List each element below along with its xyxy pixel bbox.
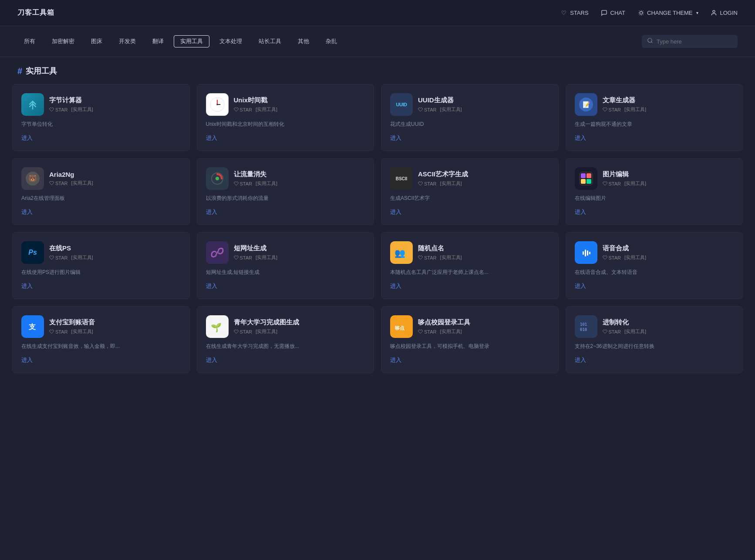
nav-login[interactable]: LOGIN [711, 10, 738, 17]
tool-star[interactable]: STAR [234, 329, 253, 334]
tool-card-online-ps[interactable]: Ps 在线PS STAR [实用工具] 在线使用PS进行图片编辑 进入 [12, 232, 190, 299]
tool-card-voice-synth[interactable]: 语音合成 STAR [实用工具] 在线语音合成、文本转语音 进入 [566, 232, 743, 299]
tool-info: 让流量消失 STAR [实用工具] [234, 170, 278, 187]
tool-enter-btn[interactable]: 进入 [575, 208, 734, 216]
tool-tag: [实用工具] [624, 180, 646, 187]
tool-meta: STAR [实用工具] [234, 254, 278, 261]
tool-enter-btn[interactable]: 进入 [390, 282, 549, 290]
tool-card-aria2ng[interactable]: 🐻 Aria2Ng STAR [实用工具] Aria2在线管理面板 进入 [12, 158, 190, 225]
svg-point-0 [640, 11, 642, 14]
nav-change-theme[interactable]: CHANGE THEME ▾ [637, 10, 698, 17]
tool-desc: 哆点校园登录工具，可模拟手机、电脑登录 [390, 342, 549, 350]
tool-name: 图片编辑 [603, 170, 647, 179]
tool-enter-btn[interactable]: 进入 [206, 282, 365, 290]
nav-stars[interactable]: ♡ STARS [560, 10, 588, 17]
tool-name: 字节计算器 [49, 96, 93, 105]
tool-icon-bytes [21, 93, 44, 116]
tool-card-binary[interactable]: 101010 进制转化 STAR [实用工具] 支持在2~36进制之间进行任意转… [566, 306, 743, 373]
svg-text:支: 支 [28, 323, 36, 331]
filter-tab-misc[interactable]: 杂乱 [319, 35, 344, 47]
tool-enter-btn[interactable]: 进入 [575, 134, 734, 142]
theme-icon [637, 10, 644, 17]
logo: 刀客工具箱 [17, 8, 54, 17]
filter-tab-dev[interactable]: 开发类 [112, 35, 142, 47]
tool-star[interactable]: STAR [49, 107, 68, 112]
tool-card-header: 101010 进制转化 STAR [实用工具] [575, 315, 734, 338]
filter-tab-all[interactable]: 所有 [17, 35, 42, 47]
tool-card-short-url[interactable]: 短网址生成 STAR [实用工具] 短网址生成,短链接生成 进入 [197, 232, 374, 299]
svg-rect-19 [581, 179, 586, 184]
tool-star[interactable]: STAR [49, 181, 68, 186]
tool-enter-btn[interactable]: 进入 [206, 356, 365, 364]
tool-enter-btn[interactable]: 进入 [21, 134, 181, 142]
tool-tag: [实用工具] [624, 106, 646, 113]
tool-card-header: 让流量消失 STAR [实用工具] [206, 167, 365, 190]
tool-enter-btn[interactable]: 进入 [390, 208, 549, 216]
tool-star[interactable]: STAR [603, 255, 621, 260]
filter-tab-practical[interactable]: 实用工具 [174, 35, 209, 47]
tool-star[interactable]: STAR [418, 329, 437, 334]
tool-meta: STAR [实用工具] [234, 328, 299, 335]
tool-card-article[interactable]: 📝 文章生成器 STAR [实用工具] 生成一篇狗屁不通的文章 进入 [566, 84, 743, 151]
tool-star[interactable]: STAR [234, 107, 253, 112]
tool-icon-aria2ng: 🐻 [21, 167, 44, 190]
tool-card-drcom[interactable]: 哆点 哆点校园登录工具 STAR [实用工具] 哆点校园登录工具，可模拟手机、电… [381, 306, 559, 373]
tool-star[interactable]: STAR [418, 255, 437, 260]
tool-enter-btn[interactable]: 进入 [21, 356, 181, 364]
tool-enter-btn[interactable]: 进入 [575, 356, 734, 364]
tool-icon-short-url [206, 241, 229, 264]
tool-star[interactable]: STAR [603, 107, 621, 112]
tool-enter-btn[interactable]: 进入 [390, 356, 549, 364]
tool-card-alipay-audio[interactable]: 支 支付宝到账语音 STAR [实用工具] 在线生成支付宝到账音效，输入金额，即… [12, 306, 190, 373]
tool-tag: [实用工具] [256, 328, 277, 335]
tool-card-study-img[interactable]: 🌱 青年大学习完成图生成 STAR [实用工具] 在线生成青年大学习完成图，无需… [197, 306, 374, 373]
tool-enter-btn[interactable]: 进入 [390, 134, 549, 142]
tool-icon-ascii-art: BSCII [390, 167, 413, 190]
tool-card-img-edit[interactable]: 图片编辑 STAR [实用工具] 在线编辑图片 进入 [566, 158, 743, 225]
tool-card-uuid[interactable]: UUID UUID生成器 STAR [实用工具] 花式生成UUID 进入 [381, 84, 559, 151]
tool-star[interactable]: STAR [603, 329, 621, 334]
tool-name: 哆点校园登录工具 [418, 318, 470, 327]
tool-star[interactable]: STAR [234, 255, 253, 260]
tool-enter-btn[interactable]: 进入 [206, 134, 365, 142]
svg-point-9 [216, 104, 218, 105]
tool-enter-btn[interactable]: 进入 [575, 282, 734, 290]
tool-star[interactable]: STAR [418, 107, 437, 112]
tool-tag: [实用工具] [71, 180, 93, 186]
tool-tag: [实用工具] [624, 328, 646, 335]
filter-tab-text[interactable]: 文本处理 [213, 35, 249, 47]
svg-rect-18 [586, 173, 591, 178]
svg-text:哆点: 哆点 [395, 325, 404, 331]
tool-meta: STAR [实用工具] [418, 180, 468, 187]
tool-star[interactable]: STAR [418, 181, 437, 186]
tool-enter-btn[interactable]: 进入 [206, 208, 365, 216]
tool-star[interactable]: STAR [49, 255, 68, 260]
filter-tab-graph[interactable]: 图床 [84, 35, 109, 47]
tool-icon-alipay-audio: 支 [21, 315, 44, 338]
nav-chat[interactable]: CHAT [601, 10, 625, 17]
tool-card-random-name[interactable]: 👥 随机点名 STAR [实用工具] 本随机点名工具广泛应用于老师上课点名...… [381, 232, 559, 299]
tool-meta: STAR [实用工具] [418, 254, 462, 261]
tool-star[interactable]: STAR [603, 181, 621, 186]
filter-tab-webmaster[interactable]: 站长工具 [252, 35, 288, 47]
tool-tag: [实用工具] [440, 180, 462, 187]
svg-point-2 [648, 38, 652, 42]
tool-enter-btn[interactable]: 进入 [21, 208, 181, 216]
tool-enter-btn[interactable]: 进入 [21, 282, 181, 290]
tool-icon-random-name: 👥 [390, 241, 413, 264]
tool-card-ascii-art[interactable]: BSCII ASCII艺术字生成 STAR [实用工具] 生成ASCII艺术字 … [381, 158, 559, 225]
tool-card-traffic[interactable]: 让流量消失 STAR [实用工具] 以浪费的形式消耗你的流量 进入 [197, 158, 374, 225]
search-box[interactable] [642, 35, 738, 48]
filter-tab-other[interactable]: 其他 [291, 35, 316, 47]
tool-star[interactable]: STAR [49, 329, 68, 334]
search-input[interactable] [657, 38, 732, 45]
svg-point-1 [713, 10, 715, 13]
tool-card-unix-time[interactable]: Unix时间戳 STAR [实用工具] Unix时间戳和北京时间的互相转化 进入 [197, 84, 374, 151]
filter-tab-decode[interactable]: 加密解密 [45, 35, 81, 47]
tool-name: 随机点名 [418, 244, 462, 253]
tool-star[interactable]: STAR [234, 181, 253, 186]
tool-info: UUID生成器 STAR [实用工具] [418, 96, 462, 113]
filter-tab-translate[interactable]: 翻译 [146, 35, 170, 47]
tool-info: 在线PS STAR [实用工具] [49, 244, 93, 261]
tool-card-bytes[interactable]: 字节计算器 STAR [实用工具] 字节单位转化 进入 [12, 84, 190, 151]
